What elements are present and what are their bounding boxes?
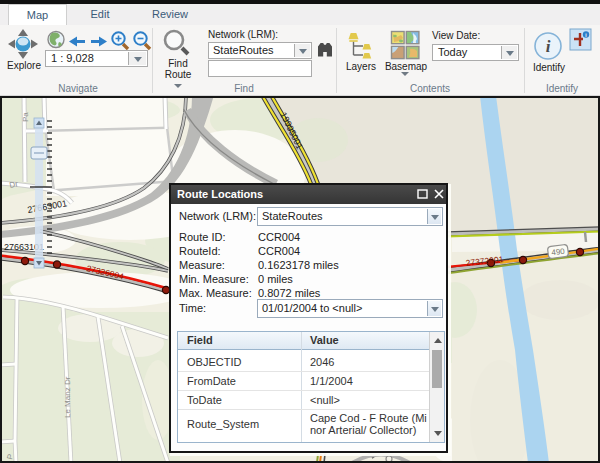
svg-text:Pa: Pa [21,112,30,122]
svg-text:i: i [546,37,551,56]
svg-text:490: 490 [551,247,566,258]
svg-text:Le Manz Dr: Le Manz Dr [63,376,72,418]
